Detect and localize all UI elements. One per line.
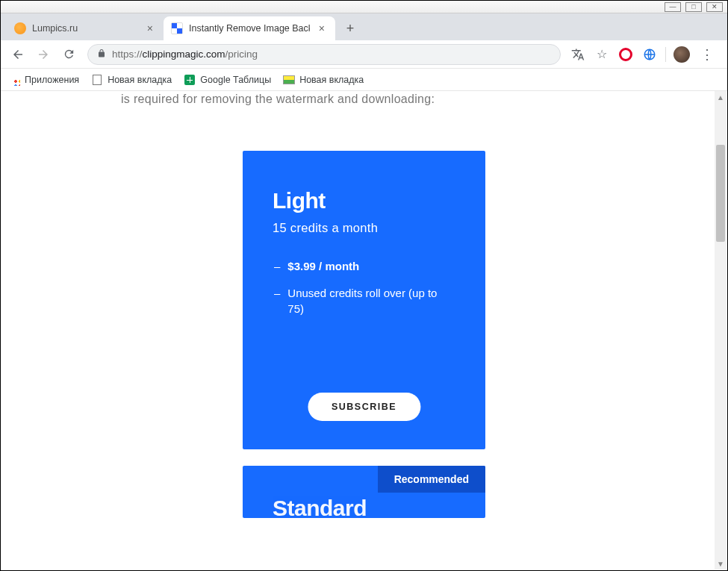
separator	[665, 47, 666, 62]
toolbar-right: ☆ ⋮	[568, 45, 721, 64]
scrollbar-track[interactable]: ▲ ▼	[715, 91, 727, 570]
pricing-card-standard: Recommended Standard	[243, 466, 485, 518]
plan-name: Standard	[273, 496, 455, 518]
close-tab-icon[interactable]: ×	[144, 22, 156, 34]
bookmark-label: Новая вкладка	[108, 75, 172, 85]
bookmark-label: Приложения	[25, 75, 79, 85]
window-close-button[interactable]: ✕	[706, 2, 723, 12]
page-content: ▲ ▼ is required for removing the waterma…	[1, 91, 727, 570]
tab-clippingmagic[interactable]: Instantly Remove Image Backgro ×	[164, 16, 335, 40]
pricing-card-light: Light 15 credits a month –$3.99 / month …	[243, 151, 485, 449]
address-bar[interactable]: https://clippingmagic.com/pricing	[87, 44, 561, 65]
bookmark-newtab[interactable]: Новая вкладка	[91, 74, 172, 86]
subscribe-button[interactable]: SUBSCRIBE	[308, 393, 420, 421]
forward-button[interactable]	[32, 43, 55, 66]
document-icon	[91, 74, 103, 86]
reload-icon	[63, 48, 75, 60]
bookmarks-bar: Приложения Новая вкладка Google Таблицы …	[1, 69, 727, 91]
apps-icon	[8, 74, 20, 86]
plan-rollover-row: –Unused credits roll over (up to 75)	[273, 286, 455, 316]
plan-features: –$3.99 / month –Unused credits roll over…	[273, 259, 455, 316]
new-tab-button[interactable]: +	[340, 18, 361, 39]
arrow-right-icon	[37, 48, 50, 61]
scroll-down-icon[interactable]: ▼	[715, 558, 727, 570]
plan-name: Light	[273, 188, 455, 213]
scroll-up-icon[interactable]: ▲	[715, 91, 727, 103]
bookmark-label: Новая вкладка	[299, 75, 364, 85]
translate-icon[interactable]	[568, 45, 588, 64]
menu-button[interactable]: ⋮	[696, 46, 718, 63]
bookmark-sheets[interactable]: Google Таблицы	[184, 74, 271, 86]
toolbar: https://clippingmagic.com/pricing ☆ ⋮	[1, 40, 727, 69]
lock-icon	[97, 49, 106, 60]
bookmark-label: Google Таблицы	[200, 75, 271, 85]
tab-strip: Lumpics.ru × Instantly Remove Image Back…	[1, 13, 727, 40]
close-tab-icon[interactable]: ×	[316, 22, 328, 34]
globe-icon[interactable]	[640, 45, 659, 64]
plan-price-row: –$3.99 / month	[273, 259, 455, 274]
clippingmagic-favicon	[171, 22, 183, 34]
star-icon[interactable]: ☆	[592, 45, 612, 64]
opera-icon[interactable]	[616, 45, 635, 64]
picture-icon	[283, 74, 295, 86]
profile-avatar[interactable]	[672, 45, 691, 64]
recommended-badge: Recommended	[378, 466, 485, 493]
back-button[interactable]	[7, 43, 29, 66]
tab-lumpics[interactable]: Lumpics.ru ×	[7, 16, 164, 40]
lumpics-favicon	[14, 22, 26, 34]
tab-label: Instantly Remove Image Backgro	[189, 23, 310, 34]
window-minimize-button[interactable]: —	[665, 2, 681, 12]
window-titlebar: — □ ✕	[1, 1, 727, 13]
bookmark-apps[interactable]: Приложения	[8, 74, 79, 86]
lead-text: is required for removing the watermark a…	[121, 93, 712, 106]
sheets-icon	[184, 74, 196, 86]
arrow-left-icon	[11, 48, 25, 61]
plan-subtitle: 15 credits a month	[273, 221, 455, 235]
scrollbar-thumb[interactable]	[716, 145, 725, 242]
window-maximize-button[interactable]: □	[685, 2, 702, 12]
tab-label: Lumpics.ru	[32, 23, 138, 34]
url-text: https://clippingmagic.com/pricing	[112, 49, 258, 60]
avatar	[673, 46, 690, 63]
reload-button[interactable]	[57, 43, 80, 66]
bookmark-newtab-2[interactable]: Новая вкладка	[283, 74, 364, 86]
